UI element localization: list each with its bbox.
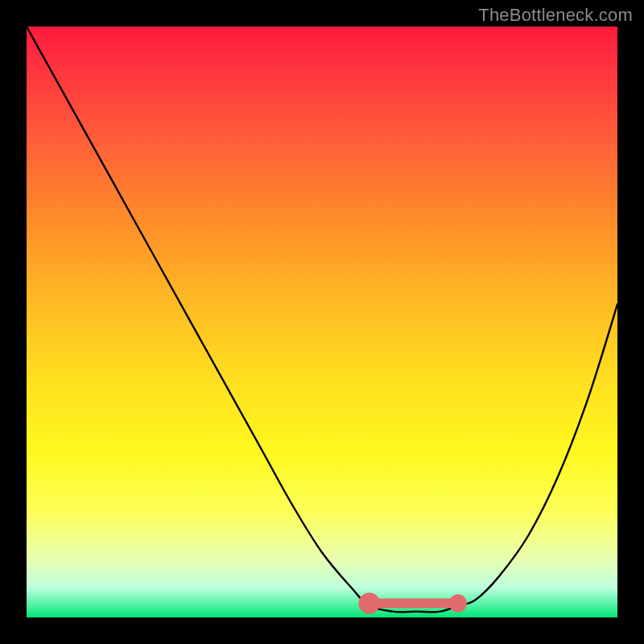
chart-frame: TheBottleneck.com [0,0,644,644]
bottleneck-curve [27,27,617,612]
trough-marker-end [449,594,467,612]
curve-svg [27,27,617,617]
trough-marker-start [359,592,380,613]
plot-area [27,27,617,617]
watermark-text: TheBottleneck.com [478,5,633,26]
